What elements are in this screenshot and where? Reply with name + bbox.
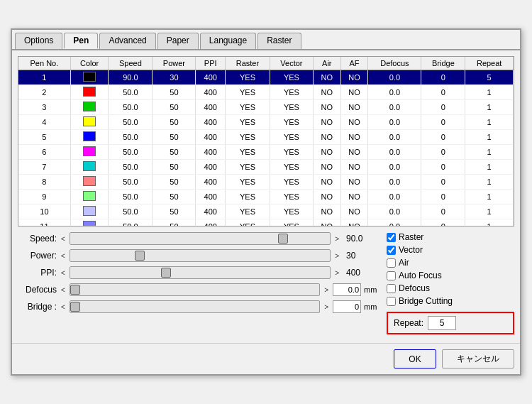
table-row[interactable]: 850.050400YESYESNONO0.001	[18, 175, 514, 190]
ppi-right-arrow[interactable]: >	[333, 269, 340, 277]
bridge-track[interactable]	[70, 300, 320, 313]
ppi-track[interactable]	[70, 266, 331, 279]
bridge-unit: mm	[364, 302, 378, 311]
table-body: 190.030400YESYESNONO0.005250.050400YESYE…	[18, 70, 514, 227]
checkbox-auto-focus[interactable]	[387, 271, 396, 280]
power-label: Power:	[18, 251, 57, 261]
slider-controls: Speed: < > 90.0 Power: < > 30	[18, 232, 378, 334]
tab-bar: Options Pen Advanced Paper Language Rast…	[12, 30, 520, 50]
ppi-left-arrow[interactable]: <	[60, 269, 67, 277]
checkbox-label: Air	[399, 258, 409, 268]
th-pen-no: Pen No.	[18, 57, 70, 70]
pen-table: Pen No. Color Speed Power PPI Raster Vec…	[18, 57, 514, 226]
color-swatch	[83, 191, 96, 201]
speed-value: 90.0	[346, 234, 378, 244]
th-defocus: Defocus	[368, 57, 421, 70]
table-row[interactable]: 650.050400YESYESNONO0.001	[18, 145, 514, 160]
defocus-thumb[interactable]	[70, 285, 80, 295]
checkbox-raster[interactable]	[387, 233, 396, 242]
defocus-label: Defocus	[18, 285, 57, 295]
dialog-window: Options Pen Advanced Paper Language Rast…	[11, 28, 521, 376]
th-ppi: PPI	[196, 57, 226, 70]
checkbox-bridge-cutting[interactable]	[387, 297, 396, 306]
checkbox-defocus[interactable]	[387, 284, 396, 293]
th-vector: Vector	[270, 57, 313, 70]
color-swatch	[83, 176, 96, 186]
color-swatch	[83, 102, 96, 111]
ppi-label: PPI:	[18, 268, 57, 278]
checkbox-row: Auto Focus	[387, 271, 514, 280]
checkbox-label: Bridge Cutting	[399, 296, 453, 306]
power-track[interactable]	[70, 249, 331, 262]
tab-options[interactable]: Options	[15, 33, 62, 49]
tab-raster[interactable]: Raster	[257, 33, 301, 49]
bridge-input[interactable]	[333, 300, 361, 313]
power-left-arrow[interactable]: <	[60, 252, 67, 260]
speed-right-arrow[interactable]: >	[333, 235, 340, 243]
table-row[interactable]: 1050.050400YESYESNONO0.001	[18, 204, 514, 219]
bridge-row: Bridge : < > mm	[18, 300, 378, 313]
color-swatch	[83, 206, 96, 216]
ppi-value: 400	[346, 268, 378, 278]
checkbox-label: Defocus	[399, 283, 430, 293]
color-swatch	[83, 146, 96, 156]
tab-advanced[interactable]: Advanced	[99, 33, 155, 49]
defocus-track[interactable]	[70, 283, 320, 296]
defocus-unit: mm	[364, 285, 378, 294]
checkbox-label: Vector	[399, 245, 423, 255]
tab-paper[interactable]: Paper	[157, 33, 199, 49]
bridge-right-arrow[interactable]: >	[323, 303, 330, 311]
table-row[interactable]: 350.050400YESYESNONO0.001	[18, 100, 514, 115]
table-row[interactable]: 450.050400YESYESNONO0.001	[18, 115, 514, 130]
ok-button[interactable]: OK	[394, 349, 436, 368]
cancel-button[interactable]: キャンセル	[442, 349, 514, 368]
table-row[interactable]: 250.050400YESYESNONO0.001	[18, 85, 514, 100]
checkbox-row: Defocus	[387, 283, 514, 293]
color-swatch	[83, 161, 96, 171]
color-swatch	[83, 116, 96, 126]
bottom-bar: OK キャンセル	[12, 343, 520, 374]
tab-pen[interactable]: Pen	[64, 33, 98, 49]
ppi-row: PPI: < > 400	[18, 266, 378, 279]
speed-thumb[interactable]	[278, 234, 288, 244]
defocus-input[interactable]	[333, 283, 361, 296]
bridge-label: Bridge :	[18, 302, 57, 312]
bridge-left-arrow[interactable]: <	[60, 303, 67, 311]
power-value: 30	[346, 251, 378, 261]
repeat-label: Repeat:	[394, 318, 423, 328]
th-speed: Speed	[109, 57, 153, 70]
bridge-thumb[interactable]	[70, 302, 80, 312]
color-swatch	[83, 221, 96, 226]
checkbox-row: Air	[387, 258, 514, 268]
power-right-arrow[interactable]: >	[333, 252, 340, 260]
defocus-right-arrow[interactable]: >	[323, 286, 330, 294]
defocus-row: Defocus < > mm	[18, 283, 378, 296]
power-row: Power: < > 30	[18, 249, 378, 262]
tab-language[interactable]: Language	[200, 33, 256, 49]
repeat-section: Repeat:	[387, 312, 514, 334]
table-row[interactable]: 750.050400YESYESNONO0.001	[18, 160, 514, 175]
defocus-left-arrow[interactable]: <	[60, 286, 67, 294]
checkbox-vector[interactable]	[387, 246, 396, 255]
repeat-input[interactable]	[428, 316, 456, 330]
ppi-thumb[interactable]	[161, 268, 171, 278]
speed-left-arrow[interactable]: <	[60, 235, 67, 243]
tab-content: Pen No. Color Speed Power PPI Raster Vec…	[12, 50, 520, 340]
speed-row: Speed: < > 90.0	[18, 232, 378, 245]
checkbox-group: RasterVectorAirAuto FocusDefocusBridge C…	[387, 232, 514, 306]
color-swatch	[83, 72, 96, 82]
table-row[interactable]: 1150.050400YESYESNONO0.001	[18, 219, 514, 227]
table-row[interactable]: 190.030400YESYESNONO0.005	[18, 70, 514, 85]
power-thumb[interactable]	[135, 251, 145, 261]
th-air: Air	[313, 57, 340, 70]
checkbox-label: Raster	[399, 232, 423, 242]
checkbox-air[interactable]	[387, 258, 396, 268]
table-row[interactable]: 550.050400YESYESNONO0.001	[18, 130, 514, 145]
speed-track[interactable]	[70, 232, 331, 245]
checkbox-row: Raster	[387, 232, 514, 242]
table-header-row: Pen No. Color Speed Power PPI Raster Vec…	[18, 57, 514, 70]
color-swatch	[83, 87, 96, 97]
pen-table-container[interactable]: Pen No. Color Speed Power PPI Raster Vec…	[18, 56, 514, 226]
checkbox-row: Bridge Cutting	[387, 296, 514, 306]
table-row[interactable]: 950.050400YESYESNONO0.001	[18, 190, 514, 204]
